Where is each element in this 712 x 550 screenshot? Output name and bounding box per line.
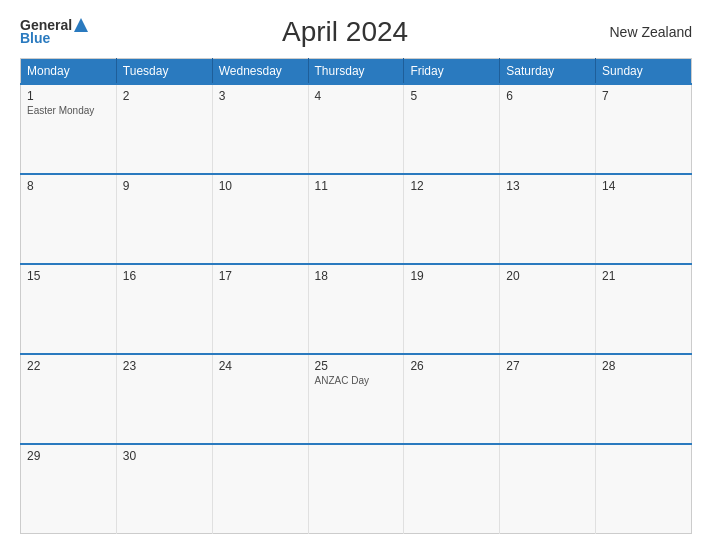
day-number: 15	[27, 269, 110, 283]
calendar-cell: 16	[116, 264, 212, 354]
day-number: 19	[410, 269, 493, 283]
logo-blue-text: Blue	[20, 31, 50, 46]
day-number: 26	[410, 359, 493, 373]
calendar-cell: 27	[500, 354, 596, 444]
calendar-cell: 26	[404, 354, 500, 444]
country-label: New Zealand	[602, 24, 692, 40]
calendar-cell: 6	[500, 84, 596, 174]
day-number: 4	[315, 89, 398, 103]
day-number: 25	[315, 359, 398, 373]
calendar-week-row: 2930	[21, 444, 692, 534]
calendar-week-row: 1Easter Monday234567	[21, 84, 692, 174]
calendar-week-row: 22232425ANZAC Day262728	[21, 354, 692, 444]
calendar-cell: 24	[212, 354, 308, 444]
calendar-cell: 11	[308, 174, 404, 264]
holiday-label: Easter Monday	[27, 105, 110, 116]
page: General Blue April 2024 New Zealand Mond…	[0, 0, 712, 550]
calendar-cell: 30	[116, 444, 212, 534]
holiday-label: ANZAC Day	[315, 375, 398, 386]
day-number: 18	[315, 269, 398, 283]
day-number: 9	[123, 179, 206, 193]
day-number: 12	[410, 179, 493, 193]
calendar-cell	[404, 444, 500, 534]
calendar-cell: 15	[21, 264, 117, 354]
calendar-cell: 13	[500, 174, 596, 264]
day-number: 24	[219, 359, 302, 373]
calendar-cell: 5	[404, 84, 500, 174]
day-number: 3	[219, 89, 302, 103]
day-number: 2	[123, 89, 206, 103]
day-number: 17	[219, 269, 302, 283]
calendar-cell: 20	[500, 264, 596, 354]
day-number: 5	[410, 89, 493, 103]
day-number: 20	[506, 269, 589, 283]
calendar-cell: 18	[308, 264, 404, 354]
day-number: 30	[123, 449, 206, 463]
calendar-week-row: 15161718192021	[21, 264, 692, 354]
day-number: 16	[123, 269, 206, 283]
calendar-cell: 21	[596, 264, 692, 354]
calendar-cell: 10	[212, 174, 308, 264]
calendar-cell: 29	[21, 444, 117, 534]
col-wednesday: Wednesday	[212, 59, 308, 85]
calendar-cell: 19	[404, 264, 500, 354]
day-number: 13	[506, 179, 589, 193]
calendar-cell: 25ANZAC Day	[308, 354, 404, 444]
calendar-cell: 4	[308, 84, 404, 174]
day-number: 10	[219, 179, 302, 193]
calendar-cell: 8	[21, 174, 117, 264]
calendar-cell: 3	[212, 84, 308, 174]
col-sunday: Sunday	[596, 59, 692, 85]
day-number: 27	[506, 359, 589, 373]
day-number: 21	[602, 269, 685, 283]
day-number: 28	[602, 359, 685, 373]
day-number: 14	[602, 179, 685, 193]
svg-marker-0	[74, 18, 88, 32]
calendar-cell	[596, 444, 692, 534]
day-number: 23	[123, 359, 206, 373]
logo: General Blue	[20, 18, 88, 47]
calendar-cell: 14	[596, 174, 692, 264]
calendar-cell: 17	[212, 264, 308, 354]
calendar-cell	[212, 444, 308, 534]
calendar-cell: 28	[596, 354, 692, 444]
col-friday: Friday	[404, 59, 500, 85]
day-number: 11	[315, 179, 398, 193]
day-number: 1	[27, 89, 110, 103]
calendar-cell: 22	[21, 354, 117, 444]
day-number: 22	[27, 359, 110, 373]
calendar-cell: 23	[116, 354, 212, 444]
logo-triangle-icon	[74, 18, 88, 32]
calendar-week-row: 891011121314	[21, 174, 692, 264]
calendar-cell: 12	[404, 174, 500, 264]
month-title: April 2024	[88, 16, 602, 48]
calendar-cell: 2	[116, 84, 212, 174]
calendar-table: Monday Tuesday Wednesday Thursday Friday…	[20, 58, 692, 534]
day-number: 7	[602, 89, 685, 103]
day-number: 8	[27, 179, 110, 193]
calendar-cell	[500, 444, 596, 534]
col-tuesday: Tuesday	[116, 59, 212, 85]
col-saturday: Saturday	[500, 59, 596, 85]
day-number: 6	[506, 89, 589, 103]
calendar-cell: 7	[596, 84, 692, 174]
calendar-cell: 9	[116, 174, 212, 264]
day-number: 29	[27, 449, 110, 463]
col-monday: Monday	[21, 59, 117, 85]
header: General Blue April 2024 New Zealand	[20, 16, 692, 48]
calendar-cell: 1Easter Monday	[21, 84, 117, 174]
col-thursday: Thursday	[308, 59, 404, 85]
calendar-header-row: Monday Tuesday Wednesday Thursday Friday…	[21, 59, 692, 85]
calendar-cell	[308, 444, 404, 534]
